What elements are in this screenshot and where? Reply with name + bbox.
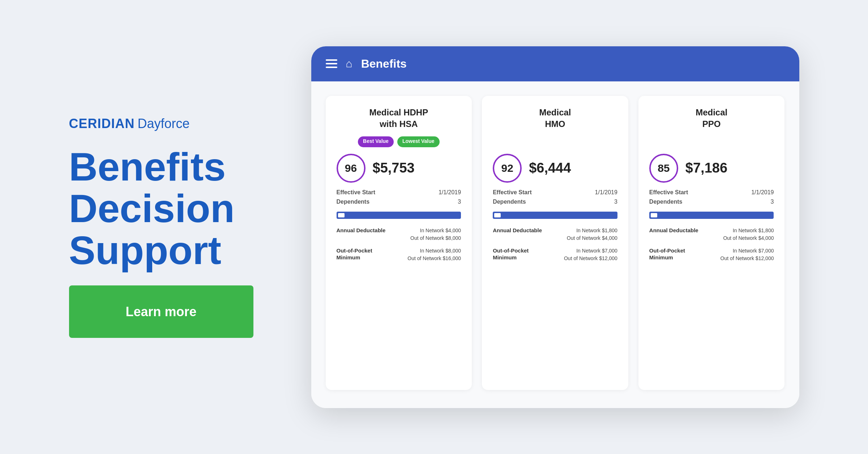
label-dependents-hmo: Dependents [493, 199, 526, 205]
label-dependents-ppo: Dependents [649, 199, 683, 205]
app-header: ⌂ Benefits [311, 46, 799, 81]
plan-coverage-hdhp: Annual Deductable In Network $4,000 Out … [337, 227, 461, 262]
plan-name-hdhp: Medical HDHPwith HSA [337, 107, 461, 130]
progress-bar-hdhp [337, 212, 461, 219]
values-oop-hmo: In Network $7,000 Out of Network $12,000 [564, 247, 617, 262]
plan-score-row-hmo: 92 $6,444 [493, 154, 617, 183]
coverage-deductible-hmo: Annual Deductable In Network $1,800 Out … [493, 227, 617, 242]
plan-coverage-hmo: Annual Deductable In Network $1,800 Out … [493, 227, 617, 262]
label-oop-ppo: Out-of-Pocket Minimum [649, 247, 700, 261]
score-value-hdhp: 96 [345, 162, 357, 174]
score-value-hmo: 92 [501, 162, 513, 174]
progress-bar-inner-hdhp [338, 213, 345, 217]
values-deductible-ppo: In Network $1,800 Out of Network $4,000 [723, 227, 774, 242]
detail-dependents-hdhp: Dependents 3 [337, 199, 461, 205]
plan-coverage-ppo: Annual Deductable In Network $1,800 Out … [649, 227, 774, 262]
coverage-deductible-hdhp: Annual Deductable In Network $4,000 Out … [337, 227, 461, 242]
left-panel: CERIDIAN Dayforce Benefits Decision Supp… [69, 116, 268, 338]
coverage-deductible-ppo: Annual Deductable In Network $1,800 Out … [649, 227, 774, 242]
plan-name-hmo: MedicalHMO [493, 107, 617, 130]
values-oop-ppo: In Network $7,000 Out of Network $12,000 [721, 247, 774, 262]
app-screenshot: ⌂ Benefits Medical HDHPwith HSA Best Val… [311, 46, 799, 408]
detail-effective-start-hdhp: Effective Start 1/1/2019 [337, 189, 461, 196]
home-icon[interactable]: ⌂ [346, 58, 352, 70]
value-effective-start-hdhp: 1/1/2019 [439, 189, 461, 196]
plan-card-ppo: MedicalPPO 85 $7,186 Effective Start 1/1… [638, 96, 785, 390]
label-annual-deductible-hdhp: Annual Deductable [337, 227, 387, 234]
value-dependents-hmo: 3 [614, 199, 617, 205]
app-content: Medical HDHPwith HSA Best Value Lowest V… [311, 81, 799, 408]
plan-details-hdhp: Effective Start 1/1/2019 Dependents 3 [337, 189, 461, 205]
label-effective-start-ppo: Effective Start [649, 189, 688, 196]
coverage-oop-ppo: Out-of-Pocket Minimum In Network $7,000 … [649, 247, 774, 262]
score-circle-hmo: 92 [493, 154, 522, 183]
plan-badges-hmo [493, 136, 617, 147]
value-effective-start-hmo: 1/1/2019 [595, 189, 617, 196]
headline-line2: Decision [69, 187, 268, 229]
progress-bar-inner-hmo [494, 213, 501, 217]
detail-effective-start-ppo: Effective Start 1/1/2019 [649, 189, 774, 196]
value-dependents-hdhp: 3 [458, 199, 461, 205]
brand-logo: CERIDIAN Dayforce [69, 116, 268, 131]
learn-more-button[interactable]: Learn more [69, 285, 253, 338]
score-circle-ppo: 85 [649, 154, 678, 183]
detail-dependents-hmo: Dependents 3 [493, 199, 617, 205]
label-dependents: Dependents [337, 199, 370, 205]
progress-bar-ppo [649, 212, 774, 219]
plan-cost-hdhp: $5,753 [373, 160, 415, 176]
label-effective-start: Effective Start [337, 189, 376, 196]
badge-best-value: Best Value [358, 136, 394, 147]
values-deductible-hmo: In Network $1,800 Out of Network $4,000 [567, 227, 617, 242]
plan-score-row-ppo: 85 $7,186 [649, 154, 774, 183]
coverage-oop-hdhp: Out-of-Pocket Minimum In Network $8,000 … [337, 247, 461, 262]
label-annual-deductible-hmo: Annual Deductable [493, 227, 543, 234]
detail-dependents-ppo: Dependents 3 [649, 199, 774, 205]
label-oop-hmo: Out-of-Pocket Minimum [493, 247, 543, 261]
badge-lowest-value: Lowest Value [397, 136, 440, 147]
score-value-ppo: 85 [658, 162, 670, 174]
coverage-oop-hmo: Out-of-Pocket Minimum In Network $7,000 … [493, 247, 617, 262]
headline-line1: Benefits [69, 146, 268, 188]
plan-card-hdhp: Medical HDHPwith HSA Best Value Lowest V… [326, 96, 472, 390]
app-header-title: Benefits [361, 57, 407, 71]
plan-card-hmo: MedicalHMO 92 $6,444 Effective Start 1/1… [482, 96, 628, 390]
plan-details-ppo: Effective Start 1/1/2019 Dependents 3 [649, 189, 774, 205]
brand-dayforce: Dayforce [138, 116, 190, 131]
headline-line3: Support [69, 229, 268, 271]
progress-bar-hmo [493, 212, 617, 219]
value-effective-start-ppo: 1/1/2019 [751, 189, 774, 196]
label-oop-hdhp: Out-of-Pocket Minimum [337, 247, 387, 261]
hamburger-icon[interactable] [326, 59, 337, 68]
plan-badges-hdhp: Best Value Lowest Value [337, 136, 461, 147]
plan-cost-ppo: $7,186 [685, 160, 727, 176]
page-wrapper: CERIDIAN Dayforce Benefits Decision Supp… [0, 0, 868, 454]
plan-details-hmo: Effective Start 1/1/2019 Dependents 3 [493, 189, 617, 205]
brand-ceridian: CERIDIAN [69, 116, 135, 131]
plans-grid: Medical HDHPwith HSA Best Value Lowest V… [326, 96, 785, 390]
progress-bar-inner-ppo [651, 213, 657, 217]
plan-name-ppo: MedicalPPO [649, 107, 774, 130]
main-headline: Benefits Decision Support [69, 146, 268, 271]
plan-score-row-hdhp: 96 $5,753 [337, 154, 461, 183]
plan-cost-hmo: $6,444 [529, 160, 571, 176]
values-oop-hdhp: In Network $8,000 Out of Network $16,000 [407, 247, 461, 262]
label-annual-deductible-ppo: Annual Deductable [649, 227, 700, 234]
detail-effective-start-hmo: Effective Start 1/1/2019 [493, 189, 617, 196]
score-circle-hdhp: 96 [337, 154, 365, 183]
values-deductible-hdhp: In Network $4,000 Out of Network $8,000 [410, 227, 461, 242]
plan-badges-ppo [649, 136, 774, 147]
label-effective-start-hmo: Effective Start [493, 189, 532, 196]
value-dependents-ppo: 3 [771, 199, 774, 205]
